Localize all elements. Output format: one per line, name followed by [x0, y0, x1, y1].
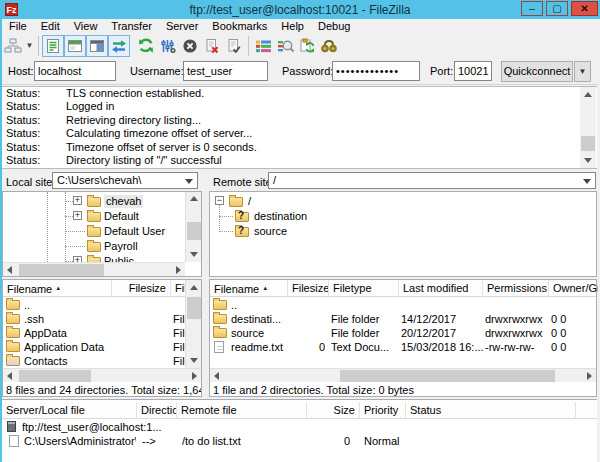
- menu-debug[interactable]: Debug: [311, 19, 357, 33]
- queue-file-row[interactable]: C:\Users\Administrator\De... --> /to do …: [2, 434, 597, 448]
- quickconnect-button[interactable]: Quickconnect: [501, 61, 573, 82]
- menu-file[interactable]: File: [2, 19, 34, 33]
- queue-server-row[interactable]: ftp://test_user@localhost:1...: [2, 420, 597, 434]
- menu-transfer[interactable]: Transfer: [104, 19, 159, 33]
- password-input[interactable]: •••••••••••••: [332, 61, 420, 81]
- menu-help[interactable]: Help: [274, 19, 311, 33]
- transfer-queue-icon: [111, 38, 127, 54]
- folder-icon: [213, 328, 227, 338]
- folder-icon: [87, 227, 101, 237]
- log-entry: Status:Calculating timezone offset of se…: [2, 127, 597, 140]
- log-scrollbar[interactable]: [580, 87, 596, 168]
- file-row-destination[interactable]: destinati... File folder 14/12/2017 drwx…: [210, 312, 596, 326]
- remote-site-combo[interactable]: /: [268, 172, 596, 189]
- column-owner-group[interactable]: Owner/Gro: [549, 280, 598, 297]
- scrollbar-thumb[interactable]: [19, 264, 104, 276]
- folder-icon: [87, 212, 101, 222]
- tree-item-chevah[interactable]: + chevah: [3, 194, 185, 209]
- local-list-header: Filename ▲ Filesize Fil: [3, 280, 201, 297]
- menu-view[interactable]: View: [67, 19, 105, 33]
- column-filesize[interactable]: Filesize: [112, 280, 171, 297]
- file-row-readme[interactable]: readme.txt 0 Text Docu... 15/03/2018 16:…: [210, 340, 596, 354]
- column-permissions[interactable]: Permissions: [483, 280, 549, 297]
- column-priority[interactable]: Priority: [360, 402, 406, 419]
- tree-item-destination[interactable]: ? destination: [210, 209, 596, 224]
- scrollbar-thumb[interactable]: [187, 297, 201, 319]
- synchronized-browsing-button[interactable]: [296, 35, 318, 57]
- local-tree-hscrollbar[interactable]: [3, 262, 185, 276]
- tree-item-default[interactable]: + Default: [3, 209, 185, 224]
- file-row-ssh[interactable]: .ssh Fil: [3, 312, 185, 326]
- minimize-button[interactable]: –: [521, 1, 543, 16]
- find-files-button[interactable]: [318, 35, 340, 57]
- file-row-appdata[interactable]: AppData Fil: [3, 326, 185, 340]
- column-filetype[interactable]: Filetype: [329, 280, 399, 297]
- column-filesize[interactable]: Filesize: [288, 280, 329, 297]
- column-last-modified[interactable]: Last modified: [399, 280, 483, 297]
- scrollbar-thumb[interactable]: [187, 222, 201, 240]
- collapse-icon[interactable]: −: [215, 196, 224, 205]
- tree-item-public[interactable]: + Public: [3, 254, 185, 262]
- log-scrollbar-thumb[interactable]: [581, 136, 595, 151]
- folder-icon: [87, 242, 101, 252]
- local-tree-vscrollbar[interactable]: [185, 192, 201, 262]
- username-input[interactable]: test_user: [183, 61, 268, 81]
- password-label: Password:: [282, 65, 333, 77]
- refresh-button[interactable]: [135, 35, 157, 57]
- column-remote-file[interactable]: Remote file: [177, 402, 307, 419]
- vertical-splitter[interactable]: [202, 172, 209, 397]
- quickconnect-dropdown[interactable]: ▼: [574, 61, 591, 82]
- folder-icon: [213, 300, 227, 310]
- column-size[interactable]: Size: [307, 402, 360, 419]
- local-list-hscrollbar[interactable]: [3, 368, 201, 382]
- username-label: Username:: [130, 65, 184, 77]
- message-log: Status:TLS connection established. Statu…: [2, 86, 597, 169]
- maximize-button[interactable]: ▢: [546, 1, 568, 16]
- tree-item-root[interactable]: − /: [210, 194, 596, 209]
- toggle-message-log-button[interactable]: [42, 35, 64, 57]
- toggle-transfer-queue-button[interactable]: [108, 35, 130, 57]
- column-status[interactable]: Status: [406, 402, 576, 419]
- text-file-icon: [214, 341, 224, 353]
- window-border: [0, 19, 2, 462]
- directory-filters-button[interactable]: [252, 35, 274, 57]
- toggle-local-tree-button[interactable]: [64, 35, 86, 57]
- toggle-remote-tree-button[interactable]: [86, 35, 108, 57]
- host-input[interactable]: localhost: [34, 61, 116, 81]
- remote-list-hscrollbar[interactable]: [210, 368, 596, 382]
- local-file-list-pane: Filename ▲ Filesize Fil .. .ssh Fil AppD…: [2, 279, 202, 397]
- file-row-application-data[interactable]: Application Data Fil: [3, 340, 185, 354]
- expand-icon[interactable]: +: [73, 211, 82, 220]
- local-site-combo[interactable]: C:\Users\chevah\: [52, 172, 198, 189]
- menu-server[interactable]: Server: [159, 19, 205, 33]
- column-filename[interactable]: Filename ▲: [3, 280, 112, 297]
- process-queue-icon: [160, 38, 176, 54]
- toolbar-separator: [248, 36, 249, 56]
- tree-item-payroll[interactable]: Payroll: [3, 239, 185, 254]
- column-filename[interactable]: Filename ▲: [210, 280, 288, 297]
- expand-icon[interactable]: +: [73, 196, 82, 205]
- cancel-button[interactable]: [179, 35, 201, 57]
- site-manager-dropdown[interactable]: ▼: [24, 35, 35, 57]
- scrollbar-thumb[interactable]: [340, 370, 555, 382]
- local-list-vscrollbar[interactable]: [185, 280, 201, 368]
- tree-item-source[interactable]: ? source: [210, 224, 596, 239]
- menu-edit[interactable]: Edit: [34, 19, 67, 33]
- menu-bookmarks[interactable]: Bookmarks: [205, 19, 274, 33]
- file-row-source[interactable]: source File folder 20/12/2017 drwxrwxrwx…: [210, 326, 596, 340]
- directory-comparison-button[interactable]: [274, 35, 296, 57]
- menu-bar: File Edit View Transfer Server Bookmarks…: [2, 19, 598, 33]
- site-manager-button[interactable]: [2, 35, 24, 57]
- tree-item-default-user[interactable]: Default User: [3, 224, 185, 239]
- column-direction[interactable]: Direction: [137, 402, 177, 419]
- process-queue-button[interactable]: [157, 35, 179, 57]
- reconnect-button[interactable]: [223, 35, 245, 57]
- port-input[interactable]: 10021: [454, 61, 492, 81]
- scrollbar-thumb[interactable]: [19, 370, 91, 382]
- column-server-local-file[interactable]: Server/Local file: [2, 402, 137, 419]
- file-row-updir[interactable]: ..: [3, 298, 185, 312]
- disconnect-button[interactable]: [201, 35, 223, 57]
- file-row-contacts[interactable]: Contacts Fil: [3, 354, 185, 368]
- close-button[interactable]: ✕: [571, 1, 598, 16]
- file-row-updir[interactable]: ..: [210, 298, 596, 312]
